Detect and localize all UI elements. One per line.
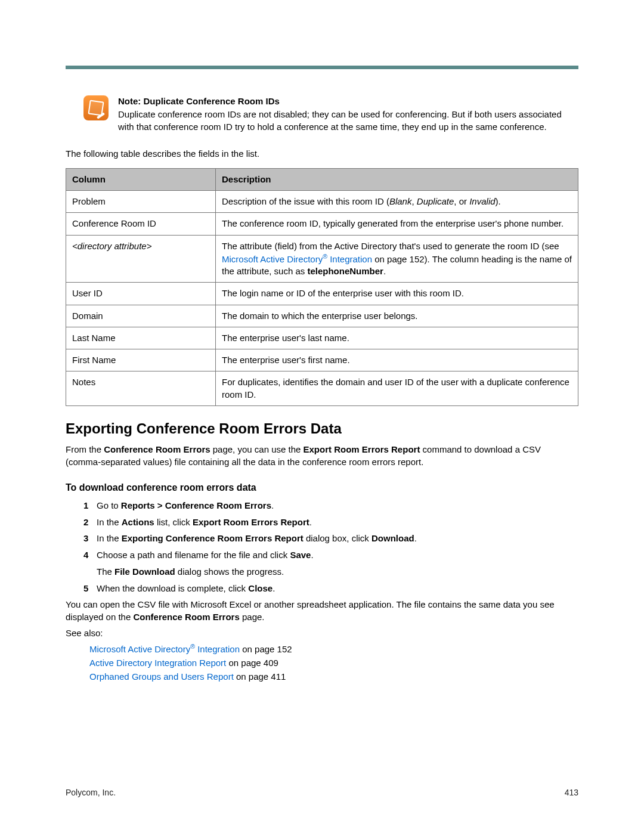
footer-page-number: 413 bbox=[565, 788, 578, 797]
note-text: Note: Duplicate Conference Room IDs Dupl… bbox=[118, 95, 578, 133]
table-row: User ID The login name or ID of the ente… bbox=[66, 283, 578, 305]
steps-list-cont: 5 When the download is complete, click C… bbox=[83, 582, 578, 595]
section-heading: Exporting Conference Room Errors Data bbox=[66, 420, 578, 437]
step-number: 1 bbox=[83, 499, 97, 512]
cell-col: User ID bbox=[66, 283, 216, 305]
table-row: Notes For duplicates, identifies the dom… bbox=[66, 371, 578, 406]
link-ad-integration[interactable]: Microsoft Active Directory® Integration bbox=[222, 254, 372, 264]
see-also-item: Microsoft Active Directory® Integration … bbox=[89, 643, 578, 654]
step-number: 3 bbox=[83, 532, 97, 545]
table-row: First Name The enterprise user's first n… bbox=[66, 349, 578, 371]
table-row: <directory attribute> The attribute (fie… bbox=[66, 235, 578, 283]
cell-desc: The attribute (field) from the Active Di… bbox=[216, 235, 578, 283]
cell-desc: The conference room ID, typically genera… bbox=[216, 213, 578, 235]
step-number: 2 bbox=[83, 516, 97, 529]
table-intro: The following table describes the fields… bbox=[66, 147, 578, 160]
cell-col: First Name bbox=[66, 349, 216, 371]
header-rule bbox=[66, 66, 578, 69]
see-also-item: Orphaned Groups and Users Report on page… bbox=[89, 671, 578, 682]
step-item: 1 Go to Reports > Conference Room Errors… bbox=[83, 499, 578, 512]
step-number: 5 bbox=[83, 582, 97, 595]
link-orphaned-report[interactable]: Orphaned Groups and Users Report bbox=[89, 671, 234, 682]
cell-col: <directory attribute> bbox=[66, 235, 216, 283]
note-body: Duplicate conference room IDs are not di… bbox=[118, 109, 578, 133]
cell-desc: The enterprise user's last name. bbox=[216, 327, 578, 349]
cell-desc: The login name or ID of the enterprise u… bbox=[216, 283, 578, 305]
table-row: Problem Description of the issue with th… bbox=[66, 191, 578, 213]
steps-list: 1 Go to Reports > Conference Room Errors… bbox=[83, 499, 578, 562]
step-text: When the download is complete, click Clo… bbox=[97, 582, 578, 595]
cell-desc: The domain to which the enterprise user … bbox=[216, 305, 578, 327]
table-header-row: Column Description bbox=[66, 168, 578, 190]
procedure-heading: To download conference room errors data bbox=[66, 482, 578, 493]
link-ad-integration[interactable]: Microsoft Active Directory® Integration bbox=[89, 644, 240, 654]
step-text: Choose a path and filename for the file … bbox=[97, 549, 578, 562]
cell-col: Conference Room ID bbox=[66, 213, 216, 235]
see-also-links: Microsoft Active Directory® Integration … bbox=[89, 643, 578, 682]
table-row: Last Name The enterprise user's last nam… bbox=[66, 327, 578, 349]
table-row: Conference Room ID The conference room I… bbox=[66, 213, 578, 235]
step-item: 5 When the download is complete, click C… bbox=[83, 582, 578, 595]
th-description: Description bbox=[216, 168, 578, 190]
step-extra: The File Download dialog shows the progr… bbox=[97, 565, 578, 578]
cell-col: Problem bbox=[66, 191, 216, 213]
see-also-item: Active Directory Integration Report on p… bbox=[89, 658, 578, 668]
step-item: 4 Choose a path and filename for the fil… bbox=[83, 549, 578, 562]
page-content: Note: Duplicate Conference Room IDs Dupl… bbox=[66, 95, 578, 682]
cell-desc: Description of the issue with this room … bbox=[216, 191, 578, 213]
page-footer: Polycom, Inc. 413 bbox=[66, 788, 578, 797]
closing-paragraph: You can open the CSV file with Microsoft… bbox=[66, 598, 578, 623]
fields-table: Column Description Problem Description o… bbox=[66, 168, 578, 406]
cell-desc: The enterprise user's first name. bbox=[216, 349, 578, 371]
cell-col: Domain bbox=[66, 305, 216, 327]
th-column: Column bbox=[66, 168, 216, 190]
step-text: In the Exporting Conference Room Errors … bbox=[97, 532, 578, 545]
step-item: 3 In the Exporting Conference Room Error… bbox=[83, 532, 578, 545]
note-block: Note: Duplicate Conference Room IDs Dupl… bbox=[66, 95, 578, 133]
step-text: In the Actions list, click Export Room E… bbox=[97, 516, 578, 529]
cell-desc: For duplicates, identifies the domain an… bbox=[216, 371, 578, 406]
step-text: Go to Reports > Conference Room Errors. bbox=[97, 499, 578, 512]
note-title: Note: Duplicate Conference Room IDs bbox=[118, 95, 578, 107]
document-page: Note: Duplicate Conference Room IDs Dupl… bbox=[0, 0, 644, 833]
table-row: Domain The domain to which the enterpris… bbox=[66, 305, 578, 327]
step-item: 2 In the Actions list, click Export Room… bbox=[83, 516, 578, 529]
cell-col: Last Name bbox=[66, 327, 216, 349]
footer-company: Polycom, Inc. bbox=[66, 788, 116, 797]
section-intro: From the Conference Room Errors page, yo… bbox=[66, 443, 578, 468]
step-number: 4 bbox=[83, 549, 97, 562]
see-also-label: See also: bbox=[66, 627, 578, 639]
cell-col: Notes bbox=[66, 371, 216, 406]
note-icon bbox=[83, 95, 109, 120]
link-ad-report[interactable]: Active Directory Integration Report bbox=[89, 658, 226, 668]
